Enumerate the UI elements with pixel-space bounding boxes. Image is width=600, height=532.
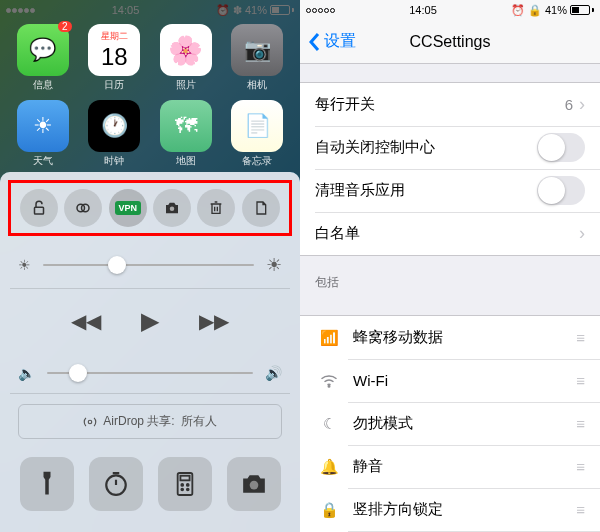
drag-handle-icon[interactable]: ≡ (576, 372, 585, 389)
settings-list[interactable]: 每行开关 6› 自动关闭控制中心 清理音乐应用 白名单 › 包括 📶 蜂窝移动数… (300, 82, 600, 532)
play-button[interactable]: ▶ (141, 307, 159, 335)
signal-icon (306, 8, 335, 13)
volume-low-icon: 🔈 (18, 365, 35, 381)
navigation-bar: 设置 CCSettings (300, 20, 600, 64)
clock-icon: 🕐 (101, 113, 128, 139)
rewind-button[interactable]: ◀◀ (71, 309, 101, 333)
row-auto-close[interactable]: 自动关闭控制中心 (300, 126, 600, 169)
drag-handle-icon[interactable]: ≡ (576, 415, 585, 432)
app-clock[interactable]: 🕐 时钟 (84, 100, 146, 168)
cc-rotation-lock-toggle[interactable] (20, 189, 58, 227)
brightness-slider-row: ☀ ☀ (0, 242, 300, 288)
drag-handle-icon[interactable]: ≡ (576, 501, 585, 518)
brightness-low-icon: ☀ (18, 257, 31, 273)
camera-button[interactable] (227, 457, 281, 511)
drag-handle-icon[interactable]: ≡ (576, 458, 585, 475)
auto-close-switch[interactable] (537, 133, 585, 162)
chevron-right-icon: › (579, 223, 585, 244)
control-center-panel: VPN ☀ ☀ ◀◀ ▶ ▶▶ 🔈 🔊 AirDrop 共享: 所有人 (0, 172, 300, 532)
cc-trash-toggle[interactable] (197, 189, 235, 227)
cc-vpn-toggle[interactable]: VPN (109, 189, 147, 227)
camera-icon (241, 473, 267, 495)
app-messages[interactable]: 💬2 信息 (12, 24, 74, 92)
app-maps[interactable]: 🗺 地图 (155, 100, 217, 168)
drag-handle-icon[interactable]: ≡ (576, 329, 585, 346)
home-screen-apps: 💬2 信息 星期二18 日历 🌸 照片 📷 相机 ☀ 天气 🕐 时钟 🗺 地图 … (0, 24, 300, 168)
trash-icon (208, 199, 224, 217)
row-mute[interactable]: 🔔 静音 ≡ (300, 445, 600, 488)
volume-slider[interactable] (47, 372, 253, 374)
volume-high-icon: 🔊 (265, 365, 282, 381)
row-per-row-toggles[interactable]: 每行开关 6› (300, 83, 600, 126)
camera-icon: 📷 (244, 37, 271, 63)
note-icon: 📄 (244, 113, 271, 139)
app-camera[interactable]: 📷 相机 (227, 24, 289, 92)
row-dnd[interactable]: ☾ 勿扰模式 ≡ (300, 402, 600, 445)
alarm-icon: ⏰ (511, 4, 525, 17)
map-icon: 🗺 (175, 113, 197, 139)
battery-pct: 41% (545, 4, 567, 16)
svg-point-5 (106, 475, 126, 495)
airdrop-icon (83, 415, 97, 429)
note-icon (253, 199, 269, 217)
battery-icon (570, 5, 594, 15)
timer-icon (103, 471, 129, 497)
flower-icon: 🌸 (168, 34, 203, 67)
lock-icon: 🔒 (315, 500, 343, 520)
status-bar-right: 14:05 ⏰ 🔒 41% (300, 0, 600, 20)
svg-point-9 (186, 484, 188, 486)
forward-button[interactable]: ▶▶ (199, 309, 229, 333)
left-phone-control-center: 14:05 ⏰ ✽ 41% 💬2 信息 星期二18 日历 🌸 照片 📷 相机 ☀… (0, 0, 300, 532)
row-whitelist[interactable]: 白名单 › (300, 212, 600, 255)
wifi-icon (315, 371, 343, 391)
flashlight-icon (36, 470, 58, 498)
orientation-lock-icon: 🔒 (528, 4, 542, 17)
calculator-button[interactable] (158, 457, 212, 511)
include-section-header: 包括 (300, 256, 600, 297)
cc-camera-toggle[interactable] (153, 189, 191, 227)
app-photos[interactable]: 🌸 照片 (155, 24, 217, 92)
row-orientation[interactable]: 🔒 竖排方向锁定 ≡ (300, 488, 600, 531)
cc-hotspot-toggle[interactable] (64, 189, 102, 227)
vpn-icon: VPN (115, 201, 142, 215)
svg-point-3 (170, 207, 175, 212)
svg-point-8 (181, 484, 183, 486)
row-wifi[interactable]: Wi-Fi ≡ (300, 359, 600, 402)
speech-icon: 💬 (29, 37, 56, 63)
app-weather[interactable]: ☀ 天气 (12, 100, 74, 168)
moon-icon: ☾ (315, 414, 343, 434)
right-phone-settings: 14:05 ⏰ 🔒 41% 设置 CCSettings 每行开关 6› 自动关闭… (300, 0, 600, 532)
cellular-icon: 📶 (315, 328, 343, 348)
calculator-icon (174, 471, 196, 497)
sun-icon: ☀ (33, 113, 53, 139)
volume-slider-row: 🔈 🔊 (0, 353, 300, 393)
timer-button[interactable] (89, 457, 143, 511)
status-time: 14:05 (409, 4, 437, 16)
brightness-slider[interactable] (43, 264, 254, 266)
cc-toggle-row-highlighted: VPN (8, 180, 292, 236)
app-calendar[interactable]: 星期二18 日历 (84, 24, 146, 92)
bell-icon: 🔔 (315, 457, 343, 477)
clear-music-switch[interactable] (537, 176, 585, 205)
svg-point-4 (89, 420, 93, 424)
svg-point-10 (181, 489, 183, 491)
camera-icon (163, 199, 181, 217)
svg-rect-0 (35, 207, 44, 214)
svg-point-12 (249, 481, 258, 490)
page-title: CCSettings (410, 33, 491, 51)
svg-rect-7 (180, 476, 189, 481)
chevron-right-icon: › (579, 94, 585, 115)
row-clear-music[interactable]: 清理音乐应用 (300, 169, 600, 212)
cc-bottom-apps (0, 449, 300, 521)
chevron-left-icon (308, 32, 320, 52)
brightness-high-icon: ☀ (266, 254, 282, 276)
airdrop-button[interactable]: AirDrop 共享: 所有人 (18, 404, 282, 439)
link-icon (74, 199, 92, 217)
row-cellular[interactable]: 📶 蜂窝移动数据 ≡ (300, 316, 600, 359)
flashlight-button[interactable] (20, 457, 74, 511)
cc-note-toggle[interactable] (242, 189, 280, 227)
back-button[interactable]: 设置 (308, 31, 356, 52)
app-notes[interactable]: 📄 备忘录 (227, 100, 289, 168)
svg-point-13 (328, 385, 330, 387)
lock-icon (30, 199, 48, 217)
